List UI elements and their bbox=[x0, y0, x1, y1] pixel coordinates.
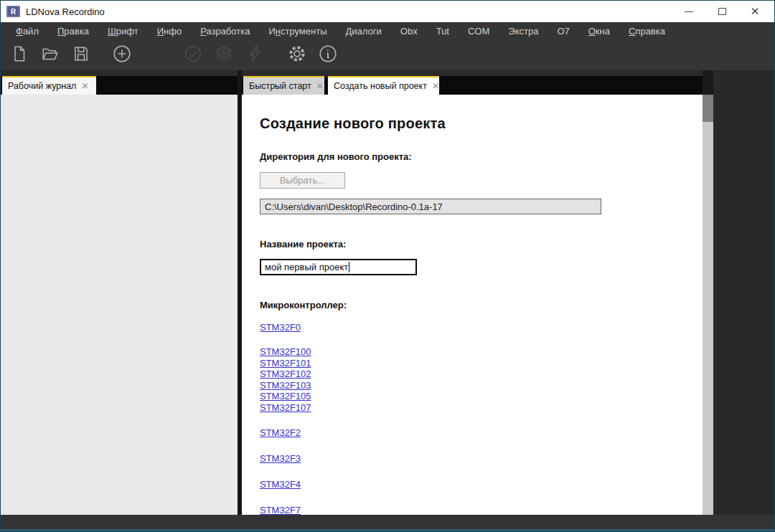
maximize-icon bbox=[718, 8, 726, 15]
mcu-link-stm32f101[interactable]: STM32F101 bbox=[260, 358, 703, 369]
tab-close-icon[interactable]: ✕ bbox=[81, 82, 88, 90]
left-top-strip bbox=[1, 70, 238, 76]
tab-work-journal[interactable]: Рабочий журнал ✕ bbox=[2, 76, 96, 95]
app-window: R LDNova Recordino ✕ Файл Правка Шрифт И… bbox=[0, 0, 775, 532]
menu-bar: Файл Правка Шрифт Инфо Разработка Инстру… bbox=[1, 22, 774, 40]
main-top-strip bbox=[242, 70, 703, 76]
settings-gear-icon bbox=[288, 44, 306, 66]
scrollbar-thumb[interactable] bbox=[703, 95, 713, 122]
menu-com[interactable]: COM bbox=[459, 26, 499, 37]
menu-o7[interactable]: О7 bbox=[548, 26, 578, 37]
mcu-link-stm32f4[interactable]: STM32F4 bbox=[260, 480, 301, 490]
tab-quick-start-label: Быстрый старт bbox=[249, 81, 311, 91]
directory-path-field[interactable] bbox=[260, 199, 601, 214]
tab-close-icon[interactable]: ✕ bbox=[316, 82, 324, 90]
validate-button[interactable] bbox=[183, 45, 203, 65]
menu-edit[interactable]: Правка bbox=[48, 26, 98, 37]
directory-label: Директория для нового проекта: bbox=[260, 151, 703, 162]
main-tab-strip: Быстрый старт ✕ Создать новый проект ✕ bbox=[242, 76, 703, 95]
close-button[interactable]: ✕ bbox=[738, 1, 771, 22]
save-button[interactable] bbox=[71, 45, 91, 65]
menu-font[interactable]: Шрифт bbox=[98, 26, 148, 37]
left-tab-strip: Рабочий журнал ✕ bbox=[1, 76, 238, 95]
open-folder-button[interactable] bbox=[40, 45, 60, 65]
left-column: Рабочий журнал ✕ bbox=[1, 70, 238, 515]
settings-button[interactable] bbox=[287, 45, 307, 65]
tab-close-icon[interactable]: ✕ bbox=[432, 82, 439, 90]
content-area: Рабочий журнал ✕ Быстрый старт ✕ Создать… bbox=[1, 70, 774, 515]
menu-obx[interactable]: Obx bbox=[391, 26, 427, 37]
mcu-link-stm32f100[interactable]: STM32F100 bbox=[260, 346, 703, 358]
app-logo-icon: R bbox=[6, 6, 20, 17]
mcu-link-stm32f7[interactable]: STM32F7 bbox=[260, 505, 301, 515]
main-column: Быстрый старт ✕ Создать новый проект ✕ С… bbox=[242, 70, 703, 515]
tab-create-project-label: Создать новый проект bbox=[334, 81, 427, 91]
new-file-icon bbox=[10, 44, 29, 66]
text-caret bbox=[349, 262, 349, 272]
tab-work-journal-label: Рабочий журнал bbox=[8, 81, 76, 91]
open-folder-icon bbox=[41, 44, 60, 66]
menu-extra[interactable]: Экстра bbox=[499, 26, 548, 37]
right-filler-panel bbox=[713, 70, 774, 515]
maximize-button[interactable] bbox=[705, 1, 738, 22]
scrollbar-track[interactable] bbox=[703, 95, 713, 515]
add-button[interactable] bbox=[112, 45, 132, 65]
window-title: LDNova Recordino bbox=[26, 6, 105, 17]
menu-windows[interactable]: Окна bbox=[579, 26, 619, 37]
work-journal-panel bbox=[1, 95, 238, 515]
add-circle-icon bbox=[113, 44, 131, 66]
about-button[interactable] bbox=[318, 45, 338, 65]
create-project-page: Создание нового проекта Директория для н… bbox=[242, 95, 703, 515]
mcu-link-stm32f3[interactable]: STM32F3 bbox=[260, 454, 301, 464]
tab-create-project[interactable]: Создать новый проект ✕ bbox=[328, 76, 439, 95]
menu-help[interactable]: Справка bbox=[619, 26, 675, 37]
menu-dialogs[interactable]: Диалоги bbox=[337, 26, 391, 37]
menu-info[interactable]: Инфо bbox=[148, 26, 191, 37]
menu-tut[interactable]: Tut bbox=[427, 26, 459, 37]
mcu-link-stm32f107[interactable]: STM32F107 bbox=[260, 402, 703, 414]
lightning-icon bbox=[245, 44, 264, 66]
status-bar bbox=[1, 515, 774, 529]
build-layers-button[interactable] bbox=[214, 45, 234, 65]
menu-tools[interactable]: Инструменты bbox=[259, 26, 336, 37]
project-name-label: Название проекта: bbox=[260, 239, 703, 250]
choose-directory-button[interactable]: Выбрать... bbox=[260, 172, 345, 189]
info-icon bbox=[319, 44, 337, 66]
title-bar: R LDNova Recordino ✕ bbox=[1, 1, 774, 22]
mcu-link-stm32f105[interactable]: STM32F105 bbox=[260, 391, 703, 402]
menu-development[interactable]: Разработка bbox=[191, 26, 259, 37]
page-title: Создание нового проекта bbox=[260, 115, 703, 132]
close-icon: ✕ bbox=[751, 5, 760, 18]
project-name-value: мой первый проект bbox=[265, 262, 348, 272]
mcu-link-stm32f2[interactable]: STM32F2 bbox=[260, 428, 301, 438]
document: Создание нового проекта Директория для н… bbox=[242, 95, 703, 515]
flash-button[interactable] bbox=[245, 45, 265, 65]
mcu-link-group: STM32F100 STM32F101 STM32F102 STM32F103 … bbox=[260, 346, 703, 413]
window-bottom-border bbox=[1, 529, 774, 531]
project-name-field[interactable]: мой первый проект bbox=[260, 259, 417, 275]
mcu-link-stm32f102[interactable]: STM32F102 bbox=[260, 369, 703, 380]
minimize-icon bbox=[685, 11, 693, 12]
scrollbar bbox=[703, 70, 713, 515]
tab-quick-start[interactable]: Быстрый старт ✕ bbox=[243, 76, 324, 95]
save-icon bbox=[72, 44, 90, 66]
layers-icon bbox=[215, 44, 233, 66]
mcu-label: Микроконтроллер: bbox=[260, 300, 703, 310]
new-file-button[interactable] bbox=[9, 45, 29, 65]
mcu-link-stm32f103[interactable]: STM32F103 bbox=[260, 380, 703, 391]
menu-file[interactable]: Файл bbox=[6, 26, 48, 37]
scrollbar-top-gap bbox=[703, 70, 713, 95]
mcu-link-stm32f0[interactable]: STM32F0 bbox=[260, 323, 301, 333]
toolbar bbox=[1, 40, 774, 70]
minimize-button[interactable] bbox=[672, 1, 705, 22]
check-circle-icon bbox=[184, 44, 202, 66]
